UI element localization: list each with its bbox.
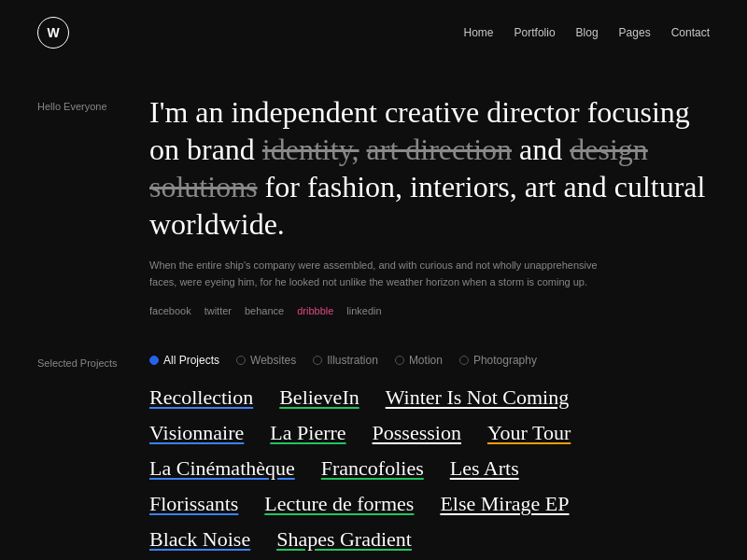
filter-photography[interactable]: Photography — [459, 354, 537, 367]
strikethrough-art-direction: art direction — [367, 133, 512, 166]
filter-all-projects[interactable]: All Projects — [149, 354, 219, 367]
project-believein[interactable]: BelieveIn — [279, 387, 359, 408]
project-francofolies[interactable]: Francofolies — [321, 458, 424, 479]
filter-websites[interactable]: Websites — [236, 354, 296, 367]
hero-sidebar-label: Hello Everyone — [37, 93, 121, 316]
social-behance[interactable]: behance — [245, 305, 284, 316]
project-cinematheque[interactable]: La Cinémathèque — [149, 458, 295, 479]
logo[interactable]: W — [37, 17, 69, 49]
project-yourtour[interactable]: Your Tour — [487, 423, 571, 443]
radio-websites — [236, 356, 246, 365]
project-possession[interactable]: Possession — [373, 423, 461, 443]
hero-headline: I'm an independent creative director foc… — [149, 93, 710, 243]
social-facebook[interactable]: facebook — [149, 305, 191, 316]
projects-sidebar-label: Selected Projects — [37, 354, 121, 560]
nav-pages[interactable]: Pages — [619, 26, 651, 39]
nav-contact[interactable]: Contact — [671, 26, 710, 39]
social-dribbble[interactable]: dribbble — [297, 305, 333, 316]
social-twitter[interactable]: twitter — [204, 305, 232, 316]
project-elsemirage[interactable]: Else Mirage EP — [440, 494, 569, 514]
project-lesarts[interactable]: Les Arts — [450, 458, 519, 479]
projects-grid: Recollection BelieveIn Winter Is Not Com… — [149, 387, 710, 560]
radio-illustration — [313, 356, 322, 365]
project-lecturedeformes[interactable]: Lecture de formes — [264, 494, 414, 514]
project-shapesgradient[interactable]: Shapes Gradient — [276, 529, 412, 550]
filter-tabs: All Projects Websites Illustration Motio… — [149, 354, 710, 367]
filter-illustration[interactable]: Illustration — [313, 354, 378, 367]
project-blacknoise[interactable]: Black Noise — [149, 529, 250, 550]
project-visionnaire[interactable]: Visionnaire — [149, 423, 244, 443]
project-recollection[interactable]: Recollection — [149, 387, 253, 408]
projects-content: All Projects Websites Illustration Motio… — [149, 354, 710, 560]
social-links: facebook twitter behance dribbble linked… — [149, 305, 710, 316]
social-linkedin[interactable]: linkedin — [346, 305, 381, 316]
filter-motion[interactable]: Motion — [395, 354, 443, 367]
strikethrough-identity: identity, — [262, 133, 359, 166]
hero-text-block: I'm an independent creative director foc… — [149, 93, 710, 316]
project-winter[interactable]: Winter Is Not Coming — [386, 387, 570, 408]
radio-photography — [459, 356, 469, 365]
project-lapierre[interactable]: La Pierre — [270, 423, 345, 443]
nav-home[interactable]: Home — [464, 26, 494, 39]
nav-blog[interactable]: Blog — [576, 26, 599, 39]
project-florissants[interactable]: Florissants — [149, 494, 238, 514]
nav-portfolio[interactable]: Portfolio — [514, 26, 556, 39]
radio-motion — [395, 356, 404, 365]
hero-description: When the entire ship's company were asse… — [149, 258, 598, 290]
main-nav: Home Portfolio Blog Pages Contact — [464, 26, 710, 39]
radio-all — [149, 356, 159, 365]
